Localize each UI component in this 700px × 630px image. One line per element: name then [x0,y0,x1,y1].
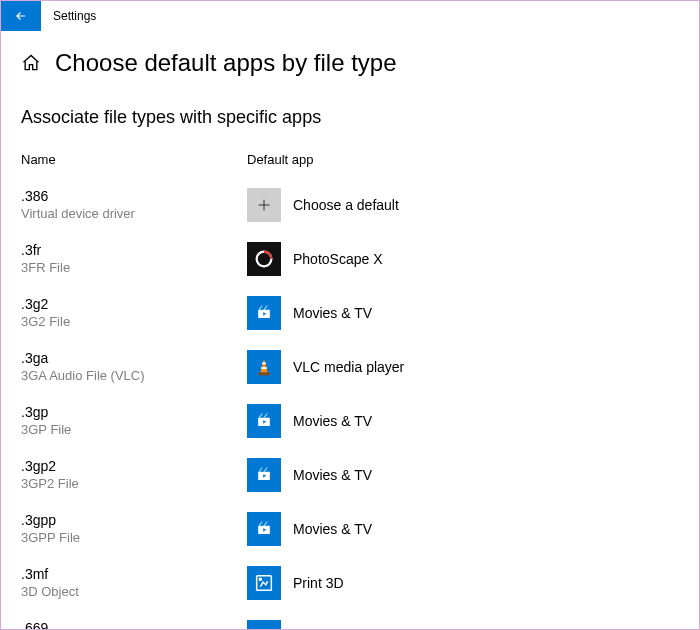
svg-rect-6 [259,373,270,376]
movies-tv-icon [247,404,281,438]
file-extension: .3gpp [21,512,237,530]
file-type-row: .386Virtual device driverChoose a defaul… [21,181,679,229]
file-extension: .386 [21,188,237,206]
app-name: Movies & TV [293,413,372,429]
default-app-button[interactable]: Movies & TV [247,454,372,496]
app-name: PhotoScape X [293,251,383,267]
app-name: Movies & TV [293,467,372,483]
file-type-row: .3g23G2 FileMovies & TV [21,289,679,337]
file-type-list: .386Virtual device driverChoose a defaul… [21,181,679,630]
file-type-row: .3gp23GP2 FileMovies & TV [21,451,679,499]
page-subtitle: Associate file types with specific apps [21,107,679,128]
default-app-button[interactable]: Movies & TV [247,292,372,334]
file-type-cell: .3gp23GP2 File [21,458,247,492]
arrow-left-icon [14,9,28,23]
file-description: 3FR File [21,260,237,276]
app-name: Movies & TV [293,305,372,321]
svg-marker-3 [260,359,267,373]
file-extension: .3fr [21,242,237,260]
file-type-cell: .3g23G2 File [21,296,247,330]
file-description: 3GA Audio File (VLC) [21,368,237,384]
file-type-row: .3mf3D ObjectPrint 3D [21,559,679,607]
file-type-row: .3gp3GP FileMovies & TV [21,397,679,445]
app-name: Print 3D [293,575,344,591]
file-type-cell: .386Virtual device driver [21,188,247,222]
file-type-cell: .669669 Audio File (VLC) [21,620,247,630]
file-extension: .3gp2 [21,458,237,476]
default-app-button[interactable]: PhotoScape X [247,238,383,280]
file-type-cell: .3ga3GA Audio File (VLC) [21,350,247,384]
file-type-cell: .3gp3GP File [21,404,247,438]
app-name: Choose a default [293,197,399,213]
file-description: Virtual device driver [21,206,237,222]
svg-rect-5 [261,367,267,369]
file-description: 3D Object [21,584,237,600]
svg-point-14 [259,578,261,580]
file-type-row: .3ga3GA Audio File (VLC)VLC media player [21,343,679,391]
page-header: Choose default apps by file type [21,49,679,77]
file-type-row: .669669 Audio File (VLC)VLC media player [21,613,679,630]
plus-icon [247,188,281,222]
movies-tv-icon [247,296,281,330]
file-extension: .3mf [21,566,237,584]
movies-tv-icon [247,458,281,492]
column-name: Name [21,152,247,167]
column-default-app: Default app [247,152,314,167]
photoscape-icon [247,242,281,276]
default-app-button[interactable]: VLC media player [247,616,404,630]
page-title: Choose default apps by file type [55,49,397,77]
app-name: VLC media player [293,359,404,375]
file-extension: .669 [21,620,237,630]
vlc-icon [247,350,281,384]
app-name: Movies & TV [293,521,372,537]
default-app-button[interactable]: Choose a default [247,184,399,226]
file-extension: .3gp [21,404,237,422]
file-type-cell: .3mf3D Object [21,566,247,600]
file-description: 3GP2 File [21,476,237,492]
vlc-icon [247,620,281,630]
svg-rect-4 [262,362,266,364]
file-extension: .3ga [21,350,237,368]
column-headers: Name Default app [21,152,679,167]
default-app-button[interactable]: VLC media player [247,346,404,388]
file-type-row: .3fr3FR FilePhotoScape X [21,235,679,283]
print3d-icon [247,566,281,600]
window-title: Settings [41,9,96,23]
file-description: 3GPP File [21,530,237,546]
default-app-button[interactable]: Movies & TV [247,508,372,550]
file-type-cell: .3fr3FR File [21,242,247,276]
back-button[interactable] [1,1,41,31]
default-app-button[interactable]: Movies & TV [247,400,372,442]
file-type-row: .3gpp3GPP FileMovies & TV [21,505,679,553]
content: Choose default apps by file type Associa… [1,31,699,630]
file-description: 3G2 File [21,314,237,330]
file-extension: .3g2 [21,296,237,314]
movies-tv-icon [247,512,281,546]
home-icon[interactable] [21,53,41,73]
titlebar: Settings [1,1,699,31]
file-description: 3GP File [21,422,237,438]
file-type-cell: .3gpp3GPP File [21,512,247,546]
default-app-button[interactable]: Print 3D [247,562,344,604]
